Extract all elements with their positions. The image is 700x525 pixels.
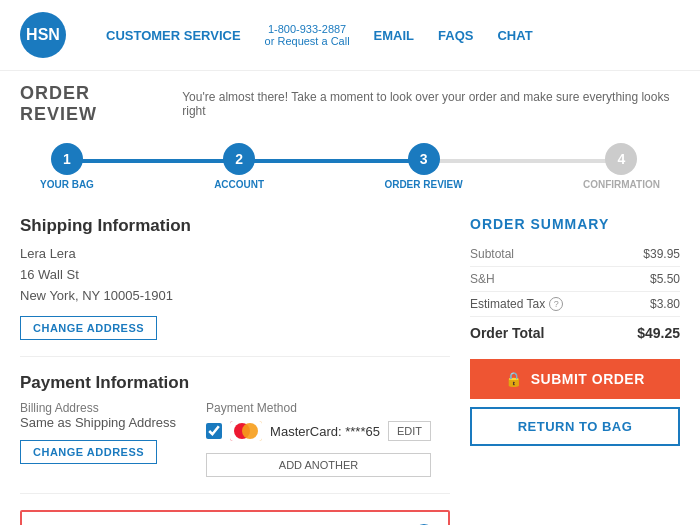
mastercard-icon — [230, 421, 262, 441]
shipping-address-line1: 16 Wall St — [20, 265, 450, 286]
order-review-bar: ORDER REVIEW You're almost there! Take a… — [0, 71, 700, 133]
step-label-4: CONFIRMATION — [583, 179, 660, 190]
step-4: 4 CONFIRMATION — [583, 143, 660, 190]
submit-order-button[interactable]: 🔒 SUBMIT ORDER — [470, 359, 680, 399]
summary-table: Subtotal $39.95 S&H $5.50 Estimated Tax … — [470, 242, 680, 317]
shipping-address-line2: New York, NY 10005-1901 — [20, 286, 450, 307]
tax-label: Estimated Tax — [470, 297, 545, 311]
hsn-logo: HSN — [20, 12, 66, 58]
shipping-address: Lera Lera 16 Wall St New York, NY 10005-… — [20, 244, 450, 306]
payment-method-section: Payment Method MasterCard: ****65 EDIT — [206, 401, 431, 477]
card-info: MasterCard: ****65 — [270, 424, 380, 439]
step-3: 3 ORDER REVIEW — [384, 143, 462, 190]
tax-row: Estimated Tax ? $3.80 — [470, 292, 680, 317]
billing-info: Billing Address Same as Shipping Address… — [20, 401, 176, 464]
page-title: ORDER REVIEW — [20, 83, 168, 125]
email-link[interactable]: EMAIL — [374, 28, 414, 43]
payment-row: Billing Address Same as Shipping Address… — [20, 401, 450, 477]
main-content: Shipping Information Lera Lera 16 Wall S… — [0, 206, 700, 525]
billing-label: Billing Address — [20, 401, 176, 415]
return-to-bag-button[interactable]: RETURN TO BAG — [470, 407, 680, 446]
phone-info: 1-800-933-2887 or Request a Call — [265, 23, 350, 47]
submit-order-label: SUBMIT ORDER — [531, 371, 645, 387]
left-panel: Shipping Information Lera Lera 16 Wall S… — [20, 216, 450, 525]
discount-section: Apply Discount Or Gift Card − APPLY — [20, 510, 450, 525]
sh-row: S&H $5.50 — [470, 267, 680, 292]
order-summary-title: ORDER SUMMARY — [470, 216, 680, 232]
payment-section: Payment Information Billing Address Same… — [20, 373, 450, 477]
order-total-label: Order Total — [470, 325, 544, 341]
sh-value: $5.50 — [650, 272, 680, 286]
edit-card-button[interactable]: EDIT — [388, 421, 431, 441]
step-label-1: YOUR BAG — [40, 179, 94, 190]
divider-1 — [20, 356, 450, 357]
step-2: 2 ACCOUNT — [214, 143, 264, 190]
tax-value: $3.80 — [650, 297, 680, 311]
card-checkbox[interactable] — [206, 423, 222, 439]
payment-method-row: MasterCard: ****65 EDIT — [206, 421, 431, 441]
order-total-value: $49.25 — [637, 325, 680, 341]
divider-2 — [20, 493, 450, 494]
sh-label: S&H — [470, 272, 495, 286]
step-circle-4: 4 — [605, 143, 637, 175]
billing-value: Same as Shipping Address — [20, 415, 176, 430]
faqs-link[interactable]: FAQS — [438, 28, 473, 43]
payment-method-label: Payment Method — [206, 401, 431, 415]
step-1: 1 YOUR BAG — [40, 143, 94, 190]
lock-icon: 🔒 — [505, 371, 523, 387]
payment-title: Payment Information — [20, 373, 450, 393]
tax-label-group: Estimated Tax ? — [470, 297, 563, 311]
svg-point-2 — [242, 423, 258, 439]
step-circle-3: 3 — [408, 143, 440, 175]
order-total-row: Order Total $49.25 — [470, 317, 680, 349]
step-container: 1 YOUR BAG 2 ACCOUNT 3 ORDER REVIEW 4 CO… — [40, 143, 660, 190]
shipping-section: Shipping Information Lera Lera 16 Wall S… — [20, 216, 450, 340]
step-label-3: ORDER REVIEW — [384, 179, 462, 190]
subtotal-row: Subtotal $39.95 — [470, 242, 680, 267]
change-address-button-payment[interactable]: CHANGE ADDRESS — [20, 440, 157, 464]
shipping-name: Lera Lera — [20, 244, 450, 265]
step-circle-1: 1 — [51, 143, 83, 175]
header: HSN CUSTOMER SERVICE 1-800-933-2887 or R… — [0, 0, 700, 71]
subtotal-value: $39.95 — [643, 247, 680, 261]
tax-info-icon[interactable]: ? — [549, 297, 563, 311]
add-another-button[interactable]: ADD ANOTHER — [206, 453, 431, 477]
subtotal-label: Subtotal — [470, 247, 514, 261]
step-circle-2: 2 — [223, 143, 255, 175]
order-review-subtitle: You're almost there! Take a moment to lo… — [182, 90, 680, 118]
right-panel: ORDER SUMMARY Subtotal $39.95 S&H $5.50 … — [470, 216, 680, 525]
chat-link[interactable]: CHAT — [497, 28, 532, 43]
step-label-2: ACCOUNT — [214, 179, 264, 190]
change-address-button-shipping[interactable]: CHANGE ADDRESS — [20, 316, 157, 340]
header-nav: CUSTOMER SERVICE 1-800-933-2887 or Reque… — [106, 23, 680, 47]
progress-bar: 1 YOUR BAG 2 ACCOUNT 3 ORDER REVIEW 4 CO… — [0, 133, 700, 206]
shipping-title: Shipping Information — [20, 216, 450, 236]
customer-service-link[interactable]: CUSTOMER SERVICE — [106, 28, 241, 43]
